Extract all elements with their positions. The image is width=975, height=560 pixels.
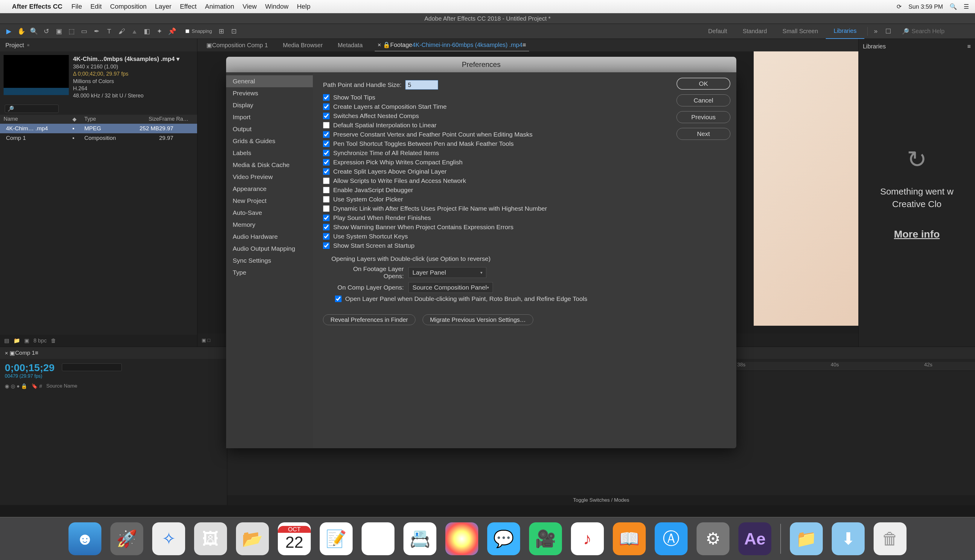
- pref-check[interactable]: [323, 103, 329, 110]
- project-search-input[interactable]: [5, 105, 59, 113]
- pref-check[interactable]: [323, 233, 329, 240]
- pref-check[interactable]: [323, 113, 329, 119]
- pref-category-grids-guides[interactable]: Grids & Guides: [226, 135, 313, 147]
- brush-tool-icon[interactable]: 🖌: [117, 26, 127, 37]
- pref-category-memory[interactable]: Memory: [226, 219, 313, 231]
- open-layer-panel-check[interactable]: [335, 295, 341, 302]
- text-tool-icon[interactable]: T: [104, 26, 114, 37]
- pref-check[interactable]: [323, 205, 329, 212]
- clock[interactable]: Sun 3:59 PM: [908, 3, 943, 10]
- pref-category-auto-save[interactable]: Auto-Save: [226, 207, 313, 219]
- snap-opt2-icon[interactable]: ⊡: [229, 26, 239, 37]
- cc-status-icon[interactable]: ⟳: [896, 3, 902, 10]
- viewer-controls-icon[interactable]: ▣ □: [202, 337, 210, 343]
- dock-folder-icon[interactable]: 📂: [236, 522, 269, 555]
- migrate-prefs-button[interactable]: Migrate Previous Version Settings…: [423, 314, 533, 325]
- pref-check[interactable]: [323, 242, 329, 249]
- pref-check[interactable]: [323, 140, 329, 147]
- menu-file[interactable]: File: [72, 3, 82, 10]
- tab-composition[interactable]: ▣ Composition Comp 1: [203, 39, 271, 52]
- toggle-switches[interactable]: Toggle Switches / Modes: [227, 495, 975, 505]
- dock-launchpad-icon[interactable]: 🚀: [110, 522, 143, 555]
- pref-category-labels[interactable]: Labels: [226, 147, 313, 159]
- menu-effect[interactable]: Effect: [180, 3, 196, 10]
- timeline-search[interactable]: [62, 363, 122, 371]
- menu-help[interactable]: Help: [297, 3, 311, 10]
- project-row[interactable]: 4K-Chim… .mp4 ▪ MPEG 252 MB 29.97: [0, 124, 197, 133]
- menu-animation[interactable]: Animation: [205, 3, 234, 10]
- workspace-more-icon[interactable]: »: [871, 26, 881, 37]
- panel-menu-icon[interactable]: ≡: [27, 43, 29, 48]
- bpc-label[interactable]: 8 bpc: [33, 338, 47, 344]
- more-info-link[interactable]: More info: [863, 228, 971, 240]
- pref-category-audio-output-mapping[interactable]: Audio Output Mapping: [226, 243, 313, 255]
- dock-ibooks-icon[interactable]: 📖: [613, 522, 646, 555]
- workspace-libraries[interactable]: Libraries: [826, 24, 865, 39]
- pref-check[interactable]: [323, 94, 329, 101]
- selection-tool-icon[interactable]: ▶: [3, 26, 14, 37]
- pref-category-appearance[interactable]: Appearance: [226, 183, 313, 195]
- dock-calendar-icon[interactable]: OCT22: [278, 522, 311, 555]
- spotlight-icon[interactable]: 🔍: [950, 3, 957, 10]
- dock-appstore-icon[interactable]: Ⓐ: [655, 522, 687, 555]
- cancel-button[interactable]: Cancel: [677, 95, 730, 107]
- pref-category-type[interactable]: Type: [226, 267, 313, 278]
- pref-check[interactable]: [323, 215, 329, 221]
- app-name[interactable]: After Effects CC: [12, 3, 62, 10]
- clone-tool-icon[interactable]: ⟁: [129, 26, 139, 37]
- pref-category-media-disk-cache[interactable]: Media & Disk Cache: [226, 159, 313, 171]
- comp-icon[interactable]: ▣: [24, 337, 29, 344]
- workspace-small[interactable]: Small Screen: [774, 24, 826, 39]
- pref-category-previews[interactable]: Previews: [226, 87, 313, 99]
- pref-category-import[interactable]: Import: [226, 111, 313, 123]
- puppet-tool-icon[interactable]: 📌: [167, 26, 177, 37]
- pref-check[interactable]: [323, 131, 329, 138]
- dock-apps-folder-icon[interactable]: 📁: [790, 522, 823, 555]
- dock-safari-icon[interactable]: ✧: [152, 522, 185, 555]
- interpret-icon[interactable]: ▤: [4, 337, 9, 344]
- pen-tool-icon[interactable]: ✒: [92, 26, 102, 37]
- layer-toggles-icon[interactable]: ◉ ◎ ● 🔒: [5, 383, 27, 389]
- dock-facetime-icon[interactable]: 🎥: [529, 522, 562, 555]
- workspace-reset-icon[interactable]: ☐: [883, 26, 893, 37]
- snapping-checkbox[interactable]: [186, 29, 189, 33]
- col-size[interactable]: Size: [126, 116, 159, 123]
- next-button[interactable]: Next: [677, 128, 730, 140]
- pan-behind-tool-icon[interactable]: ⬚: [66, 26, 77, 37]
- pref-check[interactable]: [323, 178, 329, 184]
- pref-category-sync-settings[interactable]: Sync Settings: [226, 255, 313, 267]
- pref-category-output[interactable]: Output: [226, 123, 313, 135]
- current-timecode[interactable]: 0;00;15;29: [5, 362, 54, 373]
- comp-open-select[interactable]: Source Composition Panel▾: [408, 282, 493, 293]
- snap-opt1-icon[interactable]: ⊞: [216, 26, 226, 37]
- pref-check[interactable]: [323, 150, 329, 156]
- camera-tool-icon[interactable]: ▣: [54, 26, 64, 37]
- col-fr[interactable]: Frame Ra…: [159, 116, 189, 123]
- col-label[interactable]: ◆: [72, 116, 84, 123]
- menu-view[interactable]: View: [242, 3, 257, 10]
- zoom-tool-icon[interactable]: 🔍: [29, 26, 39, 37]
- dock-downloads-icon[interactable]: ⬇: [832, 522, 865, 555]
- menu-icon[interactable]: ☰: [963, 3, 969, 10]
- hand-tool-icon[interactable]: ✋: [16, 26, 26, 37]
- menu-layer[interactable]: Layer: [155, 3, 171, 10]
- dock-preview-icon[interactable]: 🖼: [194, 522, 227, 555]
- project-row[interactable]: Comp 1 ▪ Composition 29.97: [0, 133, 197, 143]
- workspace-default[interactable]: Default: [701, 24, 735, 39]
- pref-category-video-preview[interactable]: Video Preview: [226, 171, 313, 183]
- footage-thumbnail[interactable]: [3, 55, 69, 95]
- source-name-header[interactable]: Source Name: [46, 383, 77, 389]
- dock-trash-icon[interactable]: 🗑: [874, 522, 906, 555]
- shape-tool-icon[interactable]: ▭: [79, 26, 89, 37]
- eraser-tool-icon[interactable]: ◧: [142, 26, 152, 37]
- dock-aftereffects-icon[interactable]: Ae: [738, 522, 771, 555]
- roto-tool-icon[interactable]: ✦: [154, 26, 164, 37]
- dock-itunes-icon[interactable]: ♪: [571, 522, 604, 555]
- tab-metadata[interactable]: Metadata: [334, 39, 365, 52]
- pref-check[interactable]: [323, 196, 329, 203]
- workspace-standard[interactable]: Standard: [735, 24, 774, 39]
- tab-footage[interactable]: × 🔒 Footage 4K-Chimei-inn-60mbps (4ksamp…: [375, 39, 529, 52]
- dock-photos-icon[interactable]: [445, 522, 478, 555]
- dock-notes-icon[interactable]: 📝: [320, 522, 353, 555]
- reveal-prefs-button[interactable]: Reveal Preferences in Finder: [323, 314, 415, 325]
